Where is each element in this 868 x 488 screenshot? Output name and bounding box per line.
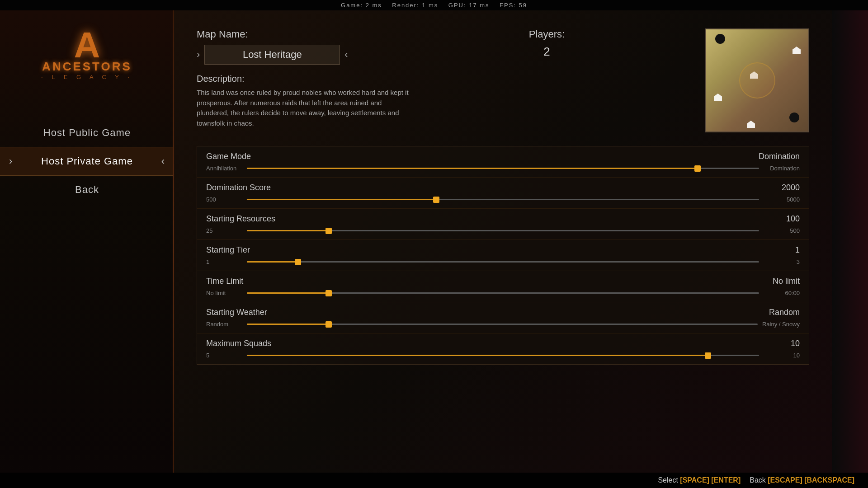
setting-name-domination-score: Domination Score (206, 183, 271, 192)
setting-header-domination-score: Domination Score 2000 (206, 183, 800, 192)
setting-value-starting-resources: 100 (786, 214, 800, 224)
slider-container-starting-weather: Random Rainy / Snowy (206, 321, 800, 328)
slider-container-time-limit: No limit 60:00 (206, 290, 800, 296)
sidebar-item-host-private[interactable]: Host Private Game (0, 147, 174, 176)
slider-track-game-mode[interactable] (247, 168, 759, 169)
setting-value-time-limit: No limit (773, 277, 800, 286)
slider-max-starting-resources: 500 (764, 227, 800, 234)
logo-ancestors: ANCESTORS (41, 60, 133, 74)
slider-fill-maximum-squads (247, 355, 708, 356)
map-prev-button[interactable]: › (197, 49, 200, 61)
setting-name-game-mode: Game Mode (206, 152, 251, 161)
map-section: Map Name: › Lost Heritage ‹ Players: 2 D… (197, 28, 809, 132)
slider-max-starting-tier: 3 (764, 258, 800, 265)
slider-min-domination-score: 500 (206, 196, 242, 203)
map-info: Map Name: › Lost Heritage ‹ Players: 2 D… (197, 28, 687, 128)
map-next-button[interactable]: ‹ (344, 49, 348, 61)
logo-legacy: · L E G A C Y · (41, 74, 133, 80)
setting-row-domination-score: Domination Score 2000 500 5000 (197, 178, 809, 209)
slider-min-time-limit: No limit (206, 290, 242, 296)
perf-render: Render: 1 ms (392, 2, 438, 9)
perf-bar: Game: 2 ms Render: 1 ms GPU: 17 ms FPS: … (0, 0, 868, 10)
setting-header-starting-tier: Starting Tier 1 (206, 245, 800, 255)
slider-max-time-limit: 60:00 (764, 290, 800, 296)
setting-row-game-mode: Game Mode Domination Annihilation Domina… (197, 146, 809, 178)
perf-game: Game: 2 ms (341, 2, 382, 9)
logo-a-letter: A (41, 31, 133, 60)
slider-thumb-starting-resources[interactable] (326, 228, 332, 234)
spawn-point-4 (713, 92, 723, 102)
map-center-circle (739, 62, 775, 99)
right-edge (832, 10, 868, 473)
slider-fill-game-mode (247, 168, 698, 169)
slider-container-maximum-squads: 5 10 (206, 352, 800, 359)
slider-thumb-starting-tier[interactable] (295, 259, 301, 265)
slider-thumb-maximum-squads[interactable] (705, 352, 711, 359)
slider-min-starting-resources: 25 (206, 227, 242, 234)
setting-value-maximum-squads: 10 (791, 339, 800, 348)
slider-container-starting-tier: 1 3 (206, 258, 800, 265)
bottom-bar: Select [SPACE] [ENTER] Back [ESCAPE] [BA… (0, 473, 868, 488)
slider-thumb-game-mode[interactable] (694, 165, 701, 172)
slider-max-domination-score: 5000 (764, 196, 800, 203)
players-count: 2 (529, 45, 565, 59)
setting-row-time-limit: Time Limit No limit No limit 60:00 (197, 271, 809, 302)
slider-track-maximum-squads[interactable] (247, 355, 759, 356)
perf-gpu: GPU: 17 ms (448, 2, 490, 9)
spawn-point-6 (746, 119, 756, 129)
setting-header-starting-resources: Starting Resources 100 (206, 214, 800, 224)
slider-min-maximum-squads: 5 (206, 352, 242, 359)
slider-container-game-mode: Annihilation Domination (206, 165, 800, 172)
setting-name-time-limit: Time Limit (206, 277, 243, 286)
slider-track-time-limit[interactable] (247, 292, 759, 294)
logo: A ANCESTORS · L E G A C Y · (41, 31, 133, 80)
setting-header-time-limit: Time Limit No limit (206, 277, 800, 286)
setting-row-starting-weather: Starting Weather Random Random Rainy / S… (197, 302, 809, 333)
setting-header-starting-weather: Starting Weather Random (206, 308, 800, 317)
setting-value-starting-tier: 1 (795, 245, 800, 255)
map-selector: › Lost Heritage ‹ (197, 45, 348, 65)
slider-max-game-mode: Domination (764, 165, 800, 172)
setting-row-starting-resources: Starting Resources 100 25 500 (197, 209, 809, 240)
slider-max-starting-weather: Rainy / Snowy (762, 321, 800, 328)
slider-fill-starting-tier (247, 261, 298, 263)
slider-container-starting-resources: 25 500 (206, 227, 800, 234)
slider-track-starting-resources[interactable] (247, 230, 759, 231)
slider-thumb-time-limit[interactable] (326, 290, 332, 296)
setting-header-maximum-squads: Maximum Squads 10 (206, 339, 800, 348)
sidebar: A ANCESTORS · L E G A C Y · Host Public … (0, 10, 174, 473)
slider-min-starting-weather: Random (206, 321, 242, 328)
setting-value-starting-weather: Random (769, 308, 800, 317)
slider-thumb-domination-score[interactable] (433, 197, 439, 203)
spawn-point-1 (715, 34, 725, 44)
setting-name-starting-weather: Starting Weather (206, 308, 267, 317)
description-section: Description: This land was once ruled by… (197, 74, 687, 128)
setting-row-maximum-squads: Maximum Squads 10 5 10 (197, 333, 809, 364)
spawn-point-5 (789, 113, 799, 122)
sidebar-item-back[interactable]: Back (0, 176, 174, 204)
sidebar-item-host-public[interactable]: Host Public Game (0, 119, 174, 147)
main-content: Map Name: › Lost Heritage ‹ Players: 2 D… (174, 10, 832, 473)
setting-value-domination-score: 2000 (782, 183, 800, 192)
setting-name-starting-tier: Starting Tier (206, 245, 250, 255)
map-name-label: Map Name: (197, 28, 348, 40)
players-section: Players: 2 (529, 28, 565, 59)
logo-area: A ANCESTORS · L E G A C Y · (24, 19, 151, 92)
setting-name-maximum-squads: Maximum Squads (206, 339, 271, 348)
slider-track-starting-tier[interactable] (247, 261, 759, 263)
map-thumbnail (705, 28, 809, 132)
slider-thumb-starting-weather[interactable] (326, 321, 332, 328)
back-hint: Back [ESCAPE] [BACKSPACE] (750, 476, 854, 484)
setting-name-starting-resources: Starting Resources (206, 214, 275, 224)
slider-max-maximum-squads: 10 (764, 352, 800, 359)
slider-fill-domination-score (247, 199, 436, 200)
description-label: Description: (197, 74, 687, 84)
slider-track-starting-weather[interactable] (247, 324, 758, 325)
slider-track-domination-score[interactable] (247, 199, 759, 200)
setting-row-starting-tier: Starting Tier 1 1 3 (197, 240, 809, 271)
slider-fill-starting-weather (247, 324, 329, 325)
nav-items: Host Public Game Host Private Game Back (0, 119, 174, 204)
slider-min-starting-tier: 1 (206, 258, 242, 265)
perf-fps: FPS: 59 (500, 2, 527, 9)
map-thumbnail-inner (706, 29, 808, 131)
